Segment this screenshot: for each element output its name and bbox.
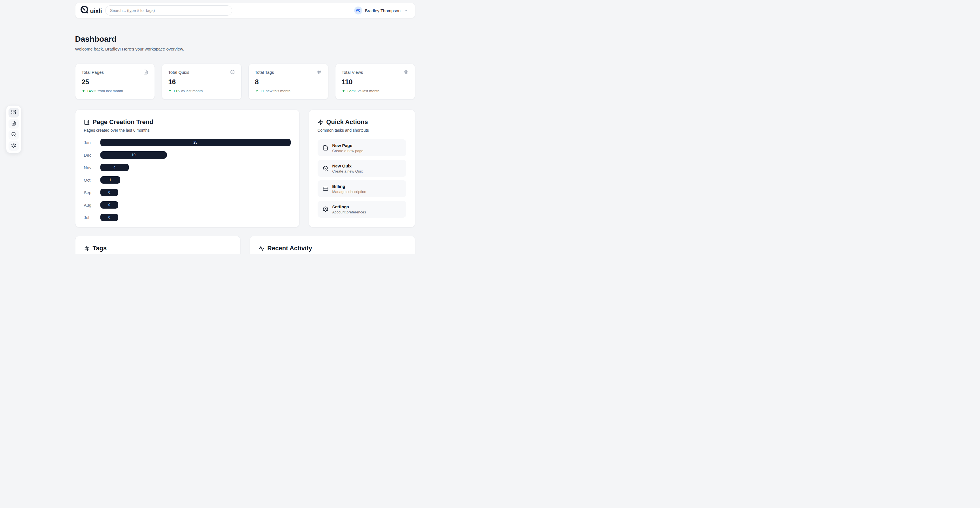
stat-delta: +1 (260, 89, 264, 93)
quick-actions-list: New Page Create a new page New Quix Crea… (318, 139, 406, 218)
chart-title: Page Creation Trend (93, 118, 153, 126)
stat-card-total-tags: Total Tags 8 +1 new this month (248, 64, 328, 100)
search-input[interactable] (105, 5, 232, 16)
page-title: Dashboard (75, 34, 415, 44)
quick-action-settings[interactable]: Settings Account preferences (318, 201, 406, 218)
arrow-up-icon (255, 89, 259, 93)
page-subtitle: Welcome back, Bradley! Here's your works… (75, 46, 415, 51)
chart-category-label: Aug (84, 203, 100, 208)
sidebar-item-pages[interactable] (8, 119, 19, 129)
sidebar-item-settings[interactable] (8, 141, 19, 151)
sidebar-item-dashboard[interactable] (8, 108, 19, 118)
chart-bar: 1 (100, 176, 120, 184)
page-creation-trend-card: Page Creation Trend Pages created over t… (75, 110, 299, 227)
activity-icon (259, 246, 264, 251)
eye-icon (404, 70, 409, 75)
stat-card-total-quixs: Total Quixs 16 +15 vs last month (162, 64, 242, 100)
brand-logo: uixli (80, 5, 102, 16)
stats-row: Total Pages 25 +45% from last month Tota… (75, 64, 415, 100)
chart-category-label: Oct (84, 178, 100, 182)
stat-delta-suffix: from last month (97, 89, 123, 93)
chart-row: Aug 0 (84, 201, 291, 209)
quix-icon (11, 132, 16, 138)
quick-actions-card: Quick Actions Common tasks and shortcuts… (309, 110, 415, 227)
quick-action-subtitle: Manage subscription (332, 190, 366, 194)
stat-value: 16 (168, 78, 235, 86)
quick-actions-title: Quick Actions (326, 118, 368, 126)
chart-category-label: Dec (84, 153, 100, 158)
hash-icon (84, 246, 90, 251)
quick-action-title: Billing (332, 184, 366, 189)
quix-icon (323, 165, 328, 171)
file-icon (11, 121, 16, 127)
chevron-down-icon (404, 8, 408, 13)
chart-bar: 4 (100, 164, 129, 171)
recent-activity-title: Recent Activity (267, 244, 312, 252)
stat-delta: +27% (347, 89, 356, 93)
top-header: uixli VC Bradley Thompson (75, 3, 415, 18)
stat-value: 110 (342, 78, 409, 86)
recent-activity-card: Recent Activity (250, 236, 415, 254)
quick-action-subtitle: Create a new Quix (332, 169, 363, 173)
gear-icon (11, 143, 16, 149)
stat-label: Total Quixs (168, 70, 189, 75)
avatar: VC (354, 6, 362, 14)
stat-label: Total Views (342, 70, 363, 75)
stat-delta: +45% (87, 89, 96, 93)
quick-action-new-quix[interactable]: New Quix Create a new Quix (318, 160, 406, 177)
layout-grid-icon (11, 110, 16, 116)
stat-card-total-pages: Total Pages 25 +45% from last month (75, 64, 155, 100)
arrow-up-icon (82, 89, 85, 93)
chart-bar-value: 1 (109, 178, 111, 182)
user-name: Bradley Thompson (365, 8, 401, 13)
chart-bar: 0 (100, 201, 119, 209)
stat-value: 8 (255, 78, 322, 86)
chart-category-label: Sep (84, 190, 100, 195)
chart-row: Jan 25 (84, 139, 291, 146)
chart-category-label: Nov (84, 165, 100, 170)
quick-actions-subtitle: Common tasks and shortcuts (318, 128, 406, 133)
quix-icon (230, 70, 235, 75)
chart-row: Oct 1 (84, 176, 291, 184)
chart-bar: 25 (100, 139, 291, 146)
chart-bar-value: 10 (132, 153, 135, 157)
quick-action-new-page[interactable]: New Page Create a new page (318, 139, 406, 157)
sidebar-item-quixs[interactable] (8, 130, 19, 140)
chart-row: Nov 4 (84, 164, 291, 171)
chart-bar-value: 4 (113, 165, 115, 169)
chart-bar: 0 (100, 189, 119, 196)
floating-sidebar (6, 105, 21, 153)
file-icon (323, 145, 328, 151)
stat-delta-suffix: vs last month (181, 89, 203, 93)
stat-change: +1 new this month (255, 89, 322, 93)
stat-change: +15 vs last month (168, 89, 235, 93)
user-menu[interactable]: VC Bradley Thompson (354, 6, 408, 14)
hash-icon (317, 70, 322, 75)
chart-bar: 0 (100, 214, 119, 221)
file-icon (143, 70, 148, 75)
chart-bar-value: 0 (108, 203, 110, 207)
tags-title: Tags (93, 244, 107, 252)
stat-delta-suffix: new this month (266, 89, 290, 93)
chart-row: Sep 0 (84, 189, 291, 196)
chart-row: Jul 0 (84, 214, 291, 221)
quixli-logo-icon (80, 5, 90, 16)
stat-delta: +15 (173, 89, 180, 93)
stat-change: +45% from last month (82, 89, 149, 93)
bar-chart: Jan 25 Dec 10 Nov 4 Oct 1 Sep 0 (84, 139, 291, 221)
quick-action-title: New Page (332, 143, 364, 148)
stat-delta-suffix: vs last month (358, 89, 379, 93)
quick-action-billing[interactable]: Billing Manage subscription (318, 180, 406, 197)
chart-bar: 10 (100, 151, 167, 159)
brand-name: uixli (90, 7, 102, 15)
arrow-up-icon (342, 89, 345, 93)
quick-action-title: New Quix (332, 163, 363, 168)
chart-subtitle: Pages created over the last 6 months (84, 128, 291, 133)
quick-action-title: Settings (332, 204, 366, 209)
chart-bar-value: 0 (108, 216, 110, 219)
chart-category-label: Jan (84, 140, 100, 145)
stat-card-total-views: Total Views 110 +27% vs last month (335, 64, 415, 100)
stat-value: 25 (82, 78, 149, 86)
chart-bar-value: 0 (108, 190, 110, 194)
quick-action-subtitle: Account preferences (332, 210, 366, 214)
